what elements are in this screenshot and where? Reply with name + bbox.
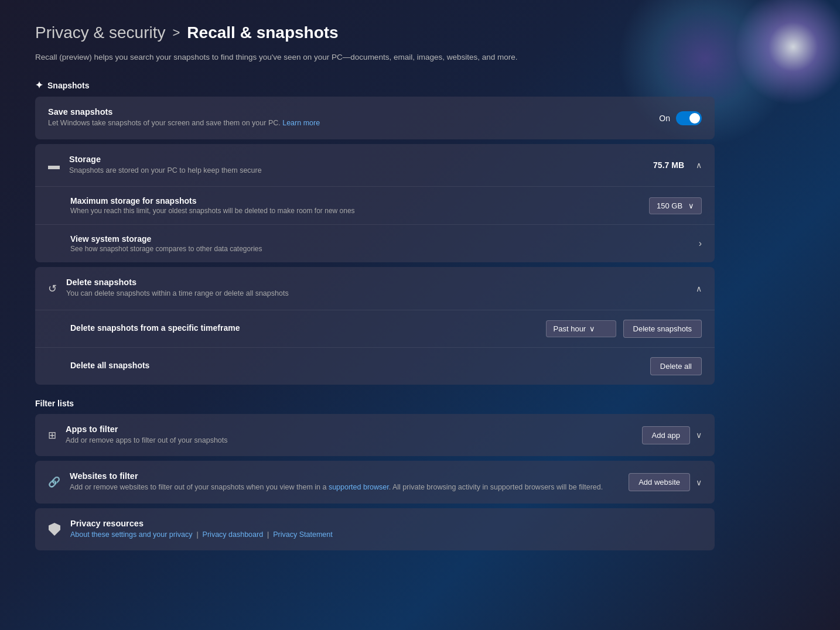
- storage-value: 75.7 MB: [653, 160, 684, 170]
- view-system-storage-row[interactable]: View system storage See how snapshot sto…: [35, 224, 715, 262]
- supported-browser-link[interactable]: supported browser: [329, 483, 389, 491]
- breadcrumb-separator: >: [173, 25, 180, 40]
- delete-snapshots-button[interactable]: Delete snapshots: [623, 320, 702, 338]
- delete-all-controls: Delete all: [650, 357, 702, 375]
- apps-filter-text: Apps to filter Add or remove apps to fil…: [66, 424, 642, 446]
- apps-filter-icon: ⊞: [48, 429, 56, 441]
- snapshots-section-icon: ✦: [35, 80, 43, 91]
- websites-filter-subtitle: Add or remove websites to filter out of …: [70, 482, 629, 493]
- timeframe-dropdown[interactable]: Past hour ∨: [546, 320, 616, 337]
- delete-snapshots-card: ↺ Delete snapshots You can delete snapsh…: [35, 267, 715, 385]
- view-system-storage-arrow: ›: [699, 238, 702, 249]
- save-snapshots-subtitle: Let Windows take snapshots of your scree…: [48, 118, 659, 129]
- delete-all-button[interactable]: Delete all: [650, 357, 702, 375]
- privacy-resources-row: Privacy resources About these settings a…: [35, 508, 715, 551]
- privacy-resources-icon: [48, 523, 61, 536]
- max-storage-row: Maximum storage for snapshots When you r…: [35, 186, 715, 224]
- apps-filter-subtitle: Add or remove apps to filter out of your…: [66, 436, 642, 446]
- save-snapshots-text: Save snapshots Let Windows take snapshot…: [48, 107, 659, 129]
- breadcrumb-current: Recall & snapshots: [187, 23, 338, 42]
- max-storage-text: Maximum storage for snapshots When you r…: [70, 196, 649, 215]
- privacy-resources-text: Privacy resources About these settings a…: [70, 519, 702, 540]
- websites-filter-text: Websites to filter Add or remove website…: [70, 471, 629, 493]
- timeframe-value: Past hour: [554, 324, 586, 333]
- websites-filter-right: Add website ∨: [629, 473, 702, 491]
- storage-header-row: ▬ Storage Snapshots are stored on your P…: [35, 144, 715, 187]
- save-snapshots-title: Save snapshots: [48, 107, 659, 117]
- snapshots-section-label: ✦ Snapshots: [35, 80, 715, 91]
- breadcrumb-parent[interactable]: Privacy & security: [35, 23, 166, 42]
- delete-timeframe-label: Delete snapshots from a specific timefra…: [70, 323, 546, 333]
- storage-chevron-icon[interactable]: ∧: [696, 160, 702, 170]
- websites-filter-card: 🔗 Websites to filter Add or remove websi…: [35, 461, 715, 504]
- delete-all-text: Delete all snapshots: [70, 361, 650, 371]
- about-settings-link[interactable]: About these settings and your privacy: [70, 530, 192, 539]
- websites-filter-icon: 🔗: [48, 476, 60, 488]
- websites-filter-chevron[interactable]: ∨: [696, 478, 702, 487]
- storage-card: ▬ Storage Snapshots are stored on your P…: [35, 144, 715, 263]
- add-website-button[interactable]: Add website: [629, 473, 690, 491]
- save-snapshots-row: Save snapshots Let Windows take snapshot…: [35, 97, 715, 139]
- delete-all-label: Delete all snapshots: [70, 361, 650, 370]
- privacy-resources-title: Privacy resources: [70, 519, 702, 528]
- delete-snapshots-chevron-icon[interactable]: ∧: [696, 284, 702, 293]
- toggle-thumb: [689, 113, 700, 124]
- privacy-dashboard-link[interactable]: Privacy dashboard: [203, 530, 264, 539]
- privacy-resources-card: Privacy resources About these settings a…: [35, 508, 715, 551]
- storage-right: 75.7 MB ∧: [653, 160, 702, 170]
- snapshots-label-text: Snapshots: [47, 81, 90, 90]
- apps-filter-title: Apps to filter: [66, 424, 642, 434]
- storage-text: Storage Snapshots are stored on your PC …: [69, 155, 653, 176]
- max-storage-subtitle: When you reach this limit, your oldest s…: [70, 207, 649, 215]
- shield-icon: [49, 523, 60, 536]
- websites-filter-row: 🔗 Websites to filter Add or remove websi…: [35, 461, 715, 504]
- apps-filter-chevron[interactable]: ∨: [696, 430, 702, 440]
- view-system-storage-chevron: ›: [699, 238, 702, 249]
- delete-all-row: Delete all snapshots Delete all: [35, 347, 715, 385]
- page-content: Privacy & security > Recall & snapshots …: [35, 23, 715, 550]
- apps-filter-right: Add app ∨: [642, 426, 702, 444]
- delete-snapshots-subtitle: You can delete snapshots within a time r…: [66, 289, 696, 299]
- view-system-storage-title: View system storage: [70, 234, 699, 244]
- delete-timeframe-row: Delete snapshots from a specific timefra…: [35, 310, 715, 347]
- learn-more-link[interactable]: Learn more: [282, 119, 320, 127]
- apps-filter-row: ⊞ Apps to filter Add or remove apps to f…: [35, 414, 715, 457]
- delete-timeframe-text: Delete snapshots from a specific timefra…: [70, 323, 546, 334]
- save-snapshots-card: Save snapshots Let Windows take snapshot…: [35, 97, 715, 139]
- delete-snapshots-title: Delete snapshots: [66, 278, 696, 287]
- save-snapshots-controls: On: [659, 111, 702, 125]
- delete-snapshots-header-row: ↺ Delete snapshots You can delete snapsh…: [35, 267, 715, 310]
- filter-lists-label: Filter lists: [35, 399, 715, 408]
- view-system-storage-text: View system storage See how snapshot sto…: [70, 234, 699, 253]
- view-system-storage-subtitle: See how snapshot storage compares to oth…: [70, 245, 699, 253]
- storage-title: Storage: [69, 155, 653, 164]
- privacy-statement-link[interactable]: Privacy Statement: [273, 530, 332, 539]
- delete-snapshots-chevron-right: ∧: [696, 284, 702, 293]
- max-storage-chevron: ∨: [688, 201, 694, 210]
- breadcrumb: Privacy & security > Recall & snapshots: [35, 23, 715, 42]
- storage-icon: ▬: [48, 159, 60, 172]
- max-storage-value: 150 GB: [657, 201, 682, 210]
- max-storage-dropdown[interactable]: 150 GB ∨: [649, 197, 702, 214]
- apps-filter-card: ⊞ Apps to filter Add or remove apps to f…: [35, 414, 715, 457]
- timeframe-chevron: ∨: [589, 324, 595, 333]
- delete-snapshots-icon: ↺: [48, 282, 57, 295]
- privacy-resources-links: About these settings and your privacy | …: [70, 530, 702, 540]
- save-snapshots-toggle[interactable]: [676, 111, 702, 125]
- websites-filter-title: Websites to filter: [70, 471, 629, 481]
- page-description: Recall (preview) helps you search your s…: [35, 52, 715, 63]
- delete-snapshots-text: Delete snapshots You can delete snapshot…: [66, 278, 696, 299]
- max-storage-title: Maximum storage for snapshots: [70, 196, 649, 206]
- toggle-label: On: [659, 114, 670, 123]
- delete-timeframe-controls: Past hour ∨ Delete snapshots: [546, 320, 702, 338]
- max-storage-right: 150 GB ∨: [649, 197, 702, 214]
- add-app-button[interactable]: Add app: [642, 426, 690, 444]
- storage-subtitle: Snapshots are stored on your PC to help …: [69, 166, 653, 176]
